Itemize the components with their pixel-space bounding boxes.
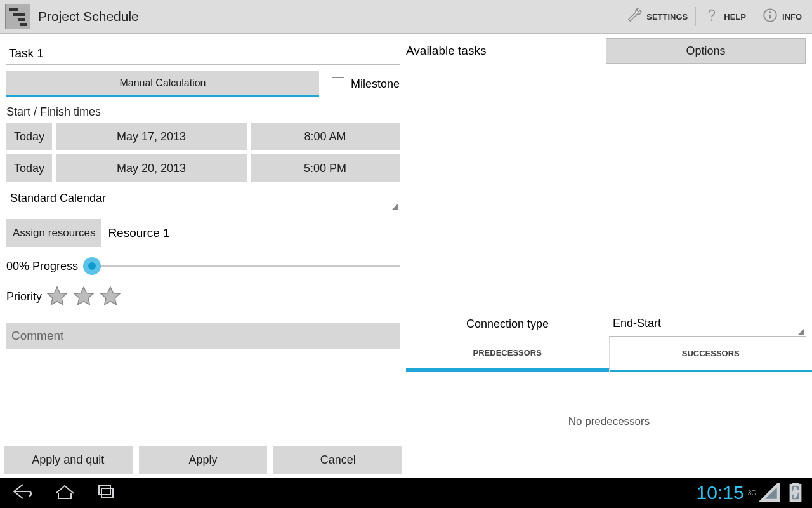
connection-type-value: End-Start	[613, 317, 661, 330]
help-action[interactable]: HELP	[698, 4, 751, 29]
clock-text: 10:15	[697, 482, 744, 504]
assigned-resource-label: Resource 1	[108, 226, 169, 240]
separator	[695, 7, 696, 26]
svg-rect-3	[769, 15, 771, 18]
priority-label: Priority	[6, 290, 42, 304]
tab-predecessors[interactable]: PREDECESSORS	[406, 337, 609, 372]
milestone-label: Milestone	[351, 77, 400, 91]
connection-type-label: Connection type	[406, 318, 609, 331]
app-title: Project Schedule	[38, 9, 139, 24]
battery-icon	[784, 483, 807, 503]
actionbar: Project Schedule SETTINGS HELP INFO	[0, 0, 812, 34]
svg-rect-4	[102, 488, 113, 497]
dropdown-caret-icon	[392, 203, 398, 210]
info-label: INFO	[782, 12, 802, 22]
priority-star-3[interactable]	[99, 285, 122, 308]
cancel-button[interactable]: Cancel	[273, 446, 402, 474]
options-button[interactable]: Options	[606, 38, 806, 64]
dropdown-caret-icon	[798, 328, 804, 335]
info-icon	[762, 7, 778, 26]
signal-icon	[759, 483, 782, 503]
svg-point-0	[711, 19, 713, 21]
network-indicator: 3G	[748, 490, 756, 497]
home-icon[interactable]	[53, 482, 76, 504]
back-icon[interactable]	[11, 482, 34, 504]
wrench-icon	[626, 7, 643, 26]
info-action[interactable]: INFO	[757, 4, 807, 29]
system-nav-bar: 10:15 3G	[0, 478, 812, 508]
start-date-button[interactable]: May 17, 2013	[56, 123, 247, 150]
help-icon	[704, 7, 720, 26]
priority-star-2[interactable]	[72, 285, 95, 308]
comment-input[interactable]	[6, 323, 400, 349]
connection-type-spinner[interactable]: End-Start	[609, 311, 806, 337]
finish-time-button[interactable]: 5:00 PM	[251, 154, 400, 182]
progress-slider[interactable]	[84, 257, 400, 275]
progress-label: 00% Progress	[6, 260, 78, 273]
app-icon	[5, 4, 30, 29]
apply-and-quit-button[interactable]: Apply and quit	[4, 446, 133, 474]
manual-calculation-button[interactable]: Manual Calculation	[6, 71, 319, 97]
start-time-button[interactable]: 8:00 AM	[251, 123, 400, 150]
milestone-checkbox[interactable]: Milestone	[332, 77, 400, 91]
priority-star-1[interactable]	[46, 285, 69, 308]
checkbox-box	[332, 77, 344, 90]
settings-action[interactable]: SETTINGS	[621, 4, 693, 29]
task-editor-pane: Manual Calculation Milestone Start / Fin…	[0, 34, 406, 478]
assign-resources-button[interactable]: Assign resources	[6, 219, 102, 247]
svg-rect-7	[793, 483, 798, 485]
finish-date-button[interactable]: May 20, 2013	[56, 154, 247, 182]
recent-apps-icon[interactable]	[95, 482, 118, 504]
separator	[754, 7, 754, 26]
calendar-spinner[interactable]: Standard Calendar	[6, 186, 400, 211]
task-name-input[interactable]	[6, 42, 400, 65]
svg-point-2	[769, 11, 771, 13]
dependencies-pane: Available tasks Options Connection type …	[406, 34, 812, 478]
tab-successors[interactable]: SUCCESSORS	[610, 337, 813, 372]
svg-rect-5	[99, 486, 110, 495]
finish-today-button[interactable]: Today	[6, 154, 52, 182]
calendar-spinner-value: Standard Calendar	[10, 192, 106, 205]
start-today-button[interactable]: Today	[6, 123, 52, 150]
settings-label: SETTINGS	[646, 12, 688, 22]
help-label: HELP	[724, 12, 746, 22]
apply-button[interactable]: Apply	[139, 446, 268, 474]
available-tasks-label: Available tasks	[406, 44, 599, 58]
start-finish-label: Start / Finish times	[6, 105, 400, 119]
no-predecessors-message: No predecessors	[406, 415, 812, 428]
